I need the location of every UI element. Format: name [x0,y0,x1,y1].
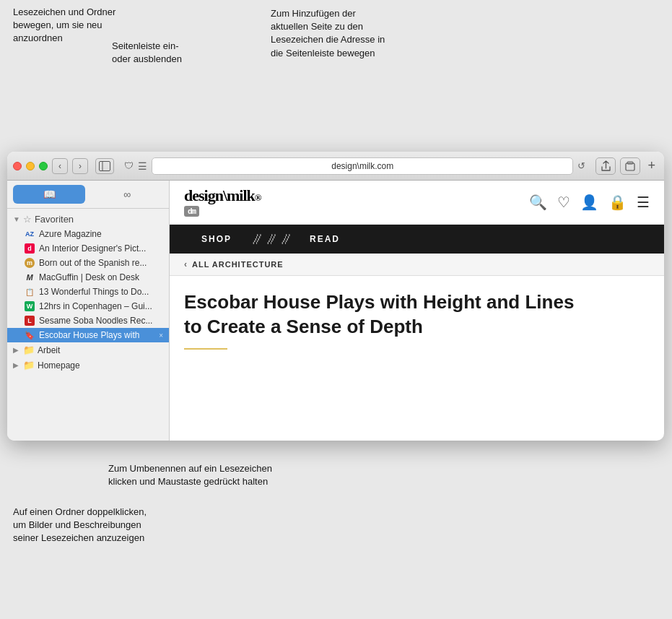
site-icons: 🔍 ♡ 👤 🔒 ☰ [529,194,650,211]
breadcrumb-arrow: ‹ [184,259,188,269]
traffic-lights [13,162,48,170]
reader-icon[interactable]: ☰ [138,160,147,172]
tab-overview-button[interactable] [620,157,640,175]
bookmark-item-13wonderful[interactable]: 📋 13 Wonderful Things to Do... [7,285,169,299]
bookmark-label-macguffin: MacGuffin | Desk on Desk [39,272,163,282]
favorites-label: Favoriten [35,214,74,225]
sidebar-icon [99,161,110,171]
tab-icon [625,161,635,171]
bookmark-label-interior: An Interior Designer's Pict... [39,243,163,254]
minimize-button[interactable] [26,162,35,170]
site-logo: design\milk® dm [184,188,261,217]
favicon-sesame: L [25,316,35,326]
favicon-12hrs: W [25,301,35,311]
hamburger-icon[interactable]: ☰ [637,194,650,211]
sidebar-tab-bookmarks[interactable]: 📖 [13,185,85,204]
annotation-bottom-left: Auf einen Ordner doppelklicken, um Bilde… [13,506,147,545]
favicon-13wonderful: 📋 [25,287,35,297]
sidebar-toggle-button[interactable] [95,158,114,174]
favorites-section-header[interactable]: ▼ ☆ Favoriten [7,212,169,227]
favicon-azure: AZ [25,229,35,239]
folder-item-homepage[interactable]: ▶ 📁 Homepage [7,358,169,373]
website-header: design\milk® dm 🔍 ♡ 👤 🔒 ☰ [170,181,664,225]
url-bar[interactable]: design\milk.com [152,157,573,175]
share-button[interactable] [595,157,616,175]
bookmark-item-escobar[interactable]: 🔖 Escobar House Plays with × [7,328,169,342]
article-title-underline [184,348,227,350]
favicon-macguffin: M [25,272,35,282]
bookmark-label-born: Born out of the Spanish re... [39,258,163,268]
article-title: Escobar House Plays with Height and Line… [184,290,588,339]
bookmark-label-13wonderful: 13 Wonderful Things to Do... [39,287,163,297]
close-button[interactable] [13,162,22,170]
lock-icon[interactable]: 🔒 [608,194,627,211]
forward-button[interactable]: › [72,158,88,174]
breadcrumb-text[interactable]: ALL ARCHITECTURE [192,260,284,269]
svg-rect-0 [100,161,110,170]
toolbar-right: + [595,157,658,175]
browser-window: ‹ › 🛡 ☰ design\milk.com ↺ [7,152,664,441]
bookmark-label-azure: Azure Magazine [39,229,163,239]
folder-homepage-label: Homepage [38,360,80,371]
share-icon [601,160,611,172]
logo-badge: dm [184,206,199,217]
article-body: Escobar House Plays with Height and Line… [170,276,664,364]
web-content: design\milk® dm 🔍 ♡ 👤 🔒 ☰ SHOP ⫽⫽⫽ READ [170,181,664,441]
bookmark-item-12hrs[interactable]: W 12hrs in Copenhagen – Gui... [7,299,169,313]
favicon-interior: d [25,243,35,254]
annotation-top-right: Zum Hinzufügen der aktuellen Seite zu de… [271,7,385,60]
sidebar-list: ▼ ☆ Favoriten AZ Azure Magazine d An Int… [7,209,169,441]
nav-shop[interactable]: SHOP [184,234,249,244]
url-bar-container: 🛡 ☰ design\milk.com ↺ [124,157,585,175]
bookmark-label-12hrs: 12hrs in Copenhagen – Gui... [39,301,163,311]
back-button[interactable]: ‹ [52,158,68,174]
new-tab-button[interactable]: + [645,158,658,173]
sidebar-tab-reading[interactable]: ∞ [91,185,163,204]
shield-icon[interactable]: 🛡 [124,160,134,171]
bookmark-label-escobar: Escobar House Plays with [39,330,153,340]
main-area: 📖 ∞ ▼ ☆ Favoriten AZ Azure Magazine [7,181,664,441]
favorites-star-icon: ☆ [23,214,32,225]
bookmark-label-sesame: Sesame Soba Noodles Rec... [39,316,163,326]
nav-read[interactable]: READ [292,234,357,244]
favicon-escobar: 🔖 [25,330,35,340]
fullscreen-button[interactable] [39,162,48,170]
search-icon[interactable]: 🔍 [529,194,547,211]
favorites-chevron: ▼ [13,215,20,223]
bookmark-item-sesame[interactable]: L Sesame Soba Noodles Rec... [7,313,169,328]
bookmark-item-azure[interactable]: AZ Azure Magazine [7,227,169,241]
article-breadcrumb: ‹ ALL ARCHITECTURE [170,254,664,276]
logo-text: design\milk® [184,188,261,204]
annotation-bottom-center: Zum Umbenennen auf ein Lesezeichen klick… [108,462,272,488]
sidebar: 📖 ∞ ▼ ☆ Favoriten AZ Azure Magazine [7,181,170,441]
bookmark-item-macguffin[interactable]: M MacGuffin | Desk on Desk [7,270,169,285]
folder-homepage-icon: 📁 [23,360,35,371]
reload-button[interactable]: ↺ [577,160,585,171]
bookmark-close-escobar[interactable]: × [159,332,163,339]
annotation-top-left: Lesezeichen und Ordner bewegen, um sie n… [13,6,115,46]
bookmark-item-interior[interactable]: d An Interior Designer's Pict... [7,241,169,256]
site-nav: SHOP ⫽⫽⫽ READ [170,225,664,254]
folder-arbeit-label: Arbeit [38,345,60,355]
folder-item-arbeit[interactable]: ▶ 📁 Arbeit [7,342,169,358]
folder-arbeit-chevron: ▶ [13,346,19,354]
folder-homepage-chevron: ▶ [13,361,19,369]
nav-separator: ⫽⫽⫽ [249,230,292,248]
favicon-born: m [25,258,35,268]
account-icon[interactable]: 👤 [580,194,598,211]
folder-arbeit-icon: 📁 [23,345,35,355]
favorites-icon[interactable]: ♡ [557,194,570,211]
annotation-top-middle: Seitenleiste ein- oder ausblenden [112,40,182,66]
sidebar-tabs: 📖 ∞ [7,181,169,209]
titlebar: ‹ › 🛡 ☰ design\milk.com ↺ [7,152,664,181]
bookmark-item-born[interactable]: m Born out of the Spanish re... [7,256,169,270]
